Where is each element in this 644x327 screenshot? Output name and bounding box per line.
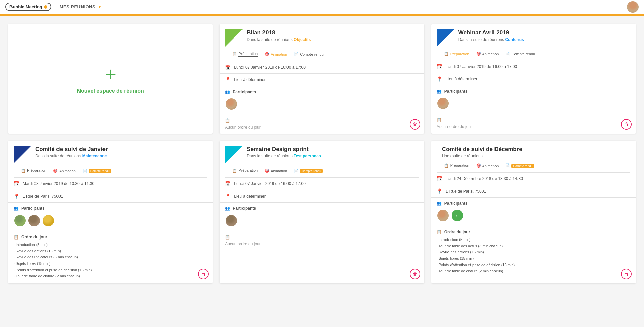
main-content: + Nouvel espace de réunion Bilan 2018 Da…	[0, 16, 644, 292]
tab-preparation[interactable]: 📋 Préparation	[230, 168, 260, 174]
cr-icon: 📄	[83, 169, 87, 173]
card-title[interactable]: Bilan 2018	[247, 29, 419, 36]
participants-section: 👥 Participants	[220, 86, 424, 115]
avatar-1	[14, 214, 26, 227]
subtitle-link[interactable]: Contenus	[505, 37, 524, 42]
participants-text: Participants	[233, 90, 256, 94]
location-text: Lieu à déterminer	[446, 77, 477, 81]
card-header: Webinar Avril 2019 Dans la suite de réun…	[431, 24, 636, 51]
cr-label: Compte rendu	[300, 169, 323, 173]
tab-preparation[interactable]: 📋 Préparation	[230, 51, 260, 57]
agenda-item: · Points d'attention et prise de décisio…	[14, 267, 207, 273]
cr-icon: 📄	[294, 52, 299, 56]
cr-label: Compte rendu	[511, 164, 534, 168]
cr-label: Compte rendu	[511, 52, 535, 56]
delete-button[interactable]: 🗑	[410, 119, 420, 130]
header: Bubble Meeting MES RÉUNIONS ▾	[0, 0, 644, 15]
tab-preparation[interactable]: 📋 Préparation	[19, 168, 48, 174]
anim-label: Animation	[482, 52, 499, 56]
tab-compterendu[interactable]: 📄 Compte rendu	[503, 163, 536, 169]
agenda-section: 📋 Ordre du jour · Introduction (5 min)· …	[431, 226, 636, 278]
cr-icon: 📄	[294, 169, 299, 173]
agenda-item: · Tour de table de clôture (2 min chacun…	[14, 273, 207, 279]
agenda-header: 📋 Ordre du jour	[14, 235, 207, 240]
logo-text: Bubble Meeting	[9, 4, 42, 9]
location-row: 📍 Lieu à déterminer	[220, 190, 424, 203]
date-row: 📅 Lundi 24 Décembre 2018 de 13:30 à 14:3…	[431, 173, 636, 185]
tab-animation[interactable]: 🎯 Animation	[51, 168, 78, 174]
agenda-header: 📋 Ordre du jour	[437, 230, 630, 234]
delete-button[interactable]: 🗑	[621, 119, 632, 130]
cr-icon: 📄	[505, 164, 510, 168]
participants-icon: 👥	[437, 201, 442, 206]
tab-animation[interactable]: 🎯 Animation	[262, 51, 289, 57]
delete-button[interactable]: 🗑	[410, 269, 420, 279]
cr-label: Compte rendu	[89, 169, 111, 173]
date-text: Lundi 24 Décembre 2018 de 13:30 à 14:30	[446, 176, 523, 181]
agenda-item: · Sujets libres (15 min)	[14, 260, 207, 267]
agenda-item: · Points d'attention et prise de décisio…	[437, 262, 630, 268]
card-tabs: 📋 Préparation 🎯 Animation 📄 Compte rendu	[14, 168, 207, 178]
tab-preparation[interactable]: 📋 Préparation	[442, 162, 472, 169]
agenda-section: 📋 Aucun ordre du jour	[220, 231, 424, 250]
card-header: Semaine Design sprint Dans la suite de r…	[220, 141, 424, 168]
logo[interactable]: Bubble Meeting	[5, 3, 51, 11]
agenda-section: 📋 Aucun ordre du jour	[431, 114, 636, 133]
participants-icon: 👥	[225, 206, 230, 211]
tab-compterendu[interactable]: 📄 Compte rendu	[80, 168, 113, 174]
agenda-icon: 📋	[437, 230, 442, 234]
user-avatar[interactable]	[627, 1, 639, 13]
agenda-items: · Introduction (5 min)· Revue des action…	[14, 242, 207, 279]
tab-animation[interactable]: 🎯 Animation	[474, 51, 501, 57]
agenda-item: · Revue des actions (15 min)	[14, 248, 207, 254]
delete-button[interactable]: 🗑	[621, 269, 632, 279]
agenda-header: 📋	[225, 118, 419, 123]
subtitle-link[interactable]: Maintenance	[82, 154, 107, 158]
participants-text: Participants	[21, 206, 45, 211]
participants-icon: 👥	[225, 90, 230, 94]
anim-icon: 🎯	[264, 52, 269, 56]
prep-label: Préparation	[238, 168, 258, 173]
calendar-icon: 📅	[437, 176, 442, 181]
date-text: Lundi 07 Janvier 2019 de 16:00 à 17:00	[234, 181, 306, 186]
prep-label: Préparation	[450, 163, 469, 168]
prep-icon: 📋	[21, 169, 26, 173]
tab-compterendu[interactable]: 📄 Compte rendu	[292, 51, 326, 57]
subtitle-link[interactable]: Test personas	[294, 154, 321, 158]
calendar-icon: 📅	[437, 64, 442, 69]
avatar-green: ←	[451, 209, 464, 222]
card-title-area: Comité de suivi de Janvier Dans la suite…	[35, 146, 207, 158]
tab-animation[interactable]: 🎯 Animation	[262, 168, 289, 174]
agenda-empty-text: Aucun ordre du jour	[225, 125, 419, 130]
logo-dot	[44, 5, 47, 9]
tab-compterendu[interactable]: 📄 Compte rendu	[292, 168, 325, 174]
card-title[interactable]: Comité de suivi de Janvier	[35, 146, 207, 153]
location-text: Lieu à déterminer	[234, 77, 266, 82]
avatar-image	[627, 1, 639, 13]
avatar-1	[225, 214, 238, 227]
subtitle-prefix: Dans la suite de réunions	[458, 37, 505, 42]
agenda-icon: 📋	[437, 118, 442, 122]
tab-preparation[interactable]: 📋 Préparation	[442, 51, 472, 57]
mes-reunions-nav[interactable]: MES RÉUNIONS	[57, 3, 98, 11]
card-title[interactable]: Webinar Avril 2019	[458, 29, 630, 36]
tab-animation[interactable]: 🎯 Animation	[474, 163, 501, 169]
subtitle-link[interactable]: Objectifs	[294, 37, 311, 42]
card-subtitle: Dans la suite de réunions Test personas	[247, 154, 419, 158]
prep-label: Préparation	[238, 52, 258, 57]
avatar-1	[437, 209, 450, 222]
location-row: 📍 1 Rue de Paris, 75001	[431, 185, 636, 198]
agenda-icon: 📋	[225, 235, 230, 240]
subtitle-prefix: Hors suite de réunions	[442, 154, 483, 158]
prep-label: Préparation	[450, 52, 469, 56]
date-row: 📅 Lundi 07 Janvier 2019 de 16:00 à 17:00	[431, 60, 636, 73]
anim-icon: 🎯	[53, 169, 58, 173]
card-title[interactable]: Semaine Design sprint	[247, 146, 419, 153]
card-header: Comité de suivi de Janvier Dans la suite…	[8, 141, 213, 168]
new-meeting-card[interactable]: + Nouvel espace de réunion	[8, 24, 213, 134]
agenda-item: · Introduction (5 min)	[14, 242, 207, 248]
tab-compterendu[interactable]: 📄 Compte rendu	[503, 51, 537, 57]
location-text: 1 Rue de Paris, 75001	[446, 189, 486, 194]
card-title[interactable]: Comité de suivi de Décembre	[442, 146, 630, 153]
comite-decembre-card: Comité de suivi de Décembre Hors suite d…	[431, 141, 636, 283]
